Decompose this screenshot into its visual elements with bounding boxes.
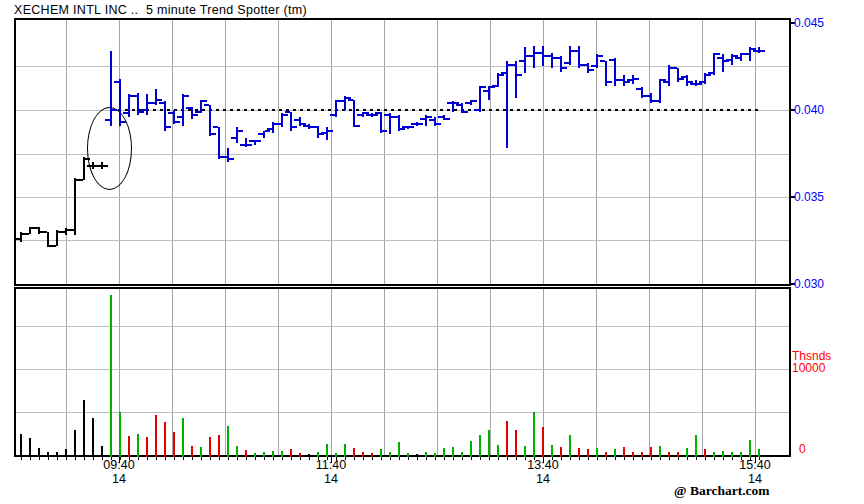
- time-minor-tick: [696, 457, 697, 460]
- time-minor-tick: [633, 457, 634, 460]
- open-tick: [168, 112, 173, 114]
- volume-bar: [29, 438, 31, 457]
- time-gridline: [384, 20, 385, 284]
- ohlc-bar: [74, 178, 76, 235]
- time-minor-tick: [381, 457, 382, 460]
- x-axis-time-label: 09:40: [103, 459, 134, 472]
- open-tick: [582, 64, 587, 66]
- time-minor-tick: [309, 457, 310, 460]
- x-axis-day-label: 14: [536, 473, 550, 486]
- open-tick: [411, 123, 416, 125]
- time-minor-tick: [246, 457, 247, 460]
- volume-bar: [704, 449, 706, 457]
- volume-bar: [92, 418, 94, 457]
- ohlc-bar: [551, 53, 553, 68]
- open-tick: [546, 55, 551, 57]
- open-tick: [114, 81, 119, 83]
- volume-bar: [290, 449, 292, 457]
- volume-bar: [686, 448, 688, 457]
- open-tick: [141, 109, 146, 111]
- volume-bar: [695, 435, 697, 457]
- time-minor-tick: [237, 457, 238, 460]
- price-axis-label: 0.030: [794, 278, 824, 290]
- volume-axis-max-label: 10000: [792, 362, 825, 374]
- close-tick: [85, 158, 90, 160]
- ohlc-bar: [128, 94, 130, 117]
- open-tick: [321, 132, 326, 134]
- volume-bar: [452, 447, 454, 457]
- time-gridline: [702, 289, 703, 455]
- x-axis-time-label: 13:40: [527, 459, 558, 472]
- ohlc-bar: [326, 127, 328, 140]
- open-tick: [717, 57, 722, 59]
- ohlc-bar: [479, 86, 481, 112]
- time-minor-tick: [165, 457, 166, 460]
- open-tick: [222, 156, 227, 158]
- volume-bar: [398, 442, 400, 457]
- volume-bar: [533, 412, 535, 457]
- ohlc-bar: [560, 56, 562, 72]
- open-tick: [213, 126, 218, 128]
- time-minor-tick: [705, 457, 706, 460]
- ohlc-bar: [722, 54, 724, 72]
- x-axis-time-label: 11:40: [316, 459, 346, 472]
- open-tick: [303, 125, 308, 127]
- volume-bar: [749, 440, 751, 457]
- close-tick: [499, 74, 504, 76]
- open-tick: [177, 116, 182, 118]
- open-tick: [348, 99, 353, 101]
- open-tick: [753, 50, 758, 52]
- close-tick: [256, 140, 261, 142]
- time-gridline: [490, 20, 491, 284]
- close-tick: [715, 53, 720, 55]
- ohlc-bar: [515, 61, 517, 98]
- close-tick: [265, 130, 270, 132]
- open-tick: [528, 55, 533, 57]
- ohlc-bar: [155, 89, 157, 105]
- open-tick: [609, 59, 614, 61]
- ohlc-bar: [713, 53, 715, 75]
- ohlc-bar: [506, 61, 508, 148]
- time-minor-tick: [435, 457, 436, 460]
- close-tick: [166, 126, 171, 128]
- close-tick: [202, 100, 207, 102]
- ohlc-bar: [263, 131, 265, 138]
- x-axis-time-label: 15:40: [739, 459, 770, 472]
- volume-bar: [596, 448, 598, 457]
- time-minor-tick: [21, 457, 22, 460]
- open-tick: [276, 123, 281, 125]
- time-minor-tick: [462, 457, 463, 460]
- time-gridline: [702, 20, 703, 284]
- volume-bar: [227, 426, 229, 457]
- volume-bar: [443, 448, 445, 457]
- open-tick: [420, 118, 425, 120]
- volume-bar: [74, 430, 76, 457]
- open-tick: [447, 102, 452, 104]
- ohlc-bar: [569, 46, 571, 65]
- volume-bar: [128, 436, 130, 457]
- close-tick: [436, 123, 441, 125]
- time-gridline: [331, 20, 332, 284]
- open-tick: [159, 102, 164, 104]
- open-tick: [537, 52, 542, 54]
- time-minor-tick: [399, 457, 400, 460]
- close-tick: [625, 81, 630, 83]
- volume-bar: [524, 446, 526, 457]
- open-tick: [735, 57, 740, 59]
- price-axis-label: 0.035: [794, 191, 824, 203]
- time-minor-tick: [606, 457, 607, 460]
- close-tick: [292, 126, 297, 128]
- volume-bar: [380, 449, 382, 457]
- time-minor-tick: [408, 457, 409, 460]
- time-minor-tick: [183, 457, 184, 460]
- volume-bar: [551, 445, 553, 457]
- close-tick: [157, 99, 162, 101]
- time-minor-tick: [480, 457, 481, 460]
- volume-bar: [209, 437, 211, 457]
- volume-bar: [614, 449, 616, 457]
- close-tick: [697, 83, 702, 85]
- volume-bar: [353, 448, 355, 457]
- open-tick: [618, 79, 623, 81]
- ohlc-bar: [353, 100, 355, 127]
- close-tick: [328, 130, 333, 132]
